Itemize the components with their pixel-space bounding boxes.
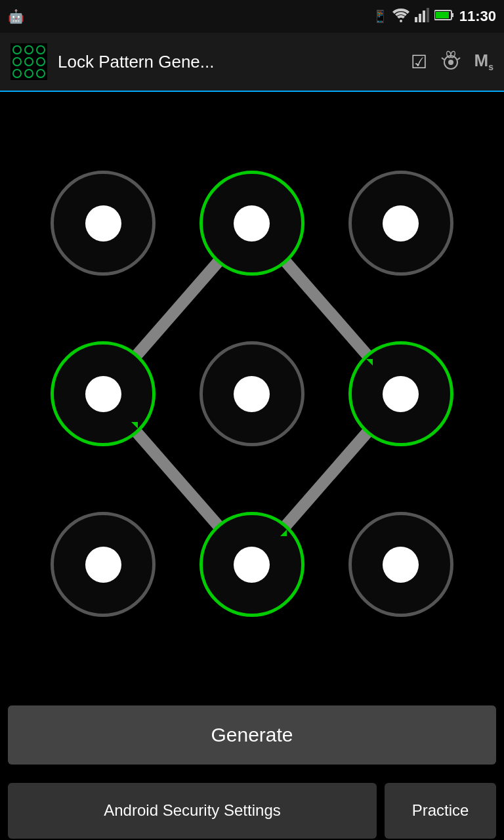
svg-rect-4 [427, 8, 429, 22]
dot-cell-2[interactable] [326, 138, 475, 308]
status-bar-right: 📱 11:30 [373, 8, 496, 26]
svg-rect-2 [419, 14, 421, 22]
android-status-icon: 🤖 [8, 9, 24, 24]
generate-button-area: Generate [0, 696, 504, 774]
svg-line-22 [457, 58, 460, 60]
dot-outer-0 [51, 171, 156, 276]
arrow-left-up-icon [366, 359, 373, 366]
title-actions: ☑ Ms [411, 49, 494, 75]
dot-cell-6[interactable] [29, 479, 178, 650]
android-security-settings-button[interactable]: Android Security Settings [8, 783, 377, 839]
dot-inner-3 [85, 376, 121, 412]
dot-inner-7 [234, 547, 270, 583]
dot-inner-6 [85, 547, 121, 583]
svg-rect-3 [423, 10, 425, 22]
dot-inner-5 [383, 376, 419, 412]
dot-outer-3 [51, 341, 156, 446]
dot-cell-3[interactable] [29, 308, 178, 479]
svg-line-21 [442, 58, 444, 60]
dot-outer-8 [348, 512, 453, 617]
clock-display: 11:30 [459, 8, 496, 25]
battery-icon [434, 9, 454, 24]
dot-outer-6 [51, 512, 156, 617]
dot-cell-5[interactable] [326, 308, 475, 479]
dot-outer-7 [200, 512, 304, 617]
status-bar: 🤖 📱 11:30 [0, 0, 504, 33]
signal-bars-icon [415, 8, 429, 26]
dot-cell-7[interactable] [178, 479, 327, 650]
dot-cell-4[interactable] [178, 308, 327, 479]
ms-icon[interactable]: Ms [474, 51, 494, 72]
svg-point-0 [400, 20, 402, 22]
secondary-buttons-area: Android Security Settings Practice [0, 774, 504, 840]
wifi-icon [392, 8, 410, 26]
dot-outer-1 [200, 171, 304, 276]
pattern-area[interactable] [0, 92, 504, 696]
dot-cell-0[interactable] [29, 138, 178, 308]
svg-rect-7 [436, 12, 449, 18]
arrow-left-down-icon [280, 530, 287, 536]
svg-rect-8 [10, 43, 47, 80]
arrow-right-down-icon [131, 422, 138, 429]
dot-inner-1 [234, 205, 270, 242]
dot-cell-8[interactable] [326, 479, 475, 650]
title-bar: Lock Pattern Gene... ☑ Ms [0, 33, 504, 92]
phone-icon: 📱 [373, 9, 387, 24]
pattern-grid[interactable] [29, 138, 475, 650]
dot-outer-2 [348, 171, 453, 276]
android-bug-icon[interactable] [440, 49, 461, 75]
dot-cell-1[interactable] [178, 138, 327, 308]
generate-button[interactable]: Generate [8, 705, 496, 765]
dot-outer-5 [348, 341, 453, 446]
pattern-grid-container [29, 138, 475, 650]
svg-point-19 [448, 60, 453, 65]
app-title: Lock Pattern Gene... [58, 52, 411, 72]
dot-outer-4 [200, 341, 304, 446]
svg-rect-1 [415, 17, 417, 22]
dot-inner-8 [383, 547, 419, 583]
dot-inner-2 [383, 205, 419, 242]
dot-inner-0 [85, 205, 121, 242]
checkbox-action-icon[interactable]: ☑ [411, 51, 427, 73]
app-icon [10, 43, 47, 80]
svg-rect-6 [452, 13, 453, 17]
practice-button[interactable]: Practice [385, 783, 496, 839]
dot-inner-4 [234, 376, 270, 412]
status-bar-left: 🤖 [8, 9, 27, 24]
